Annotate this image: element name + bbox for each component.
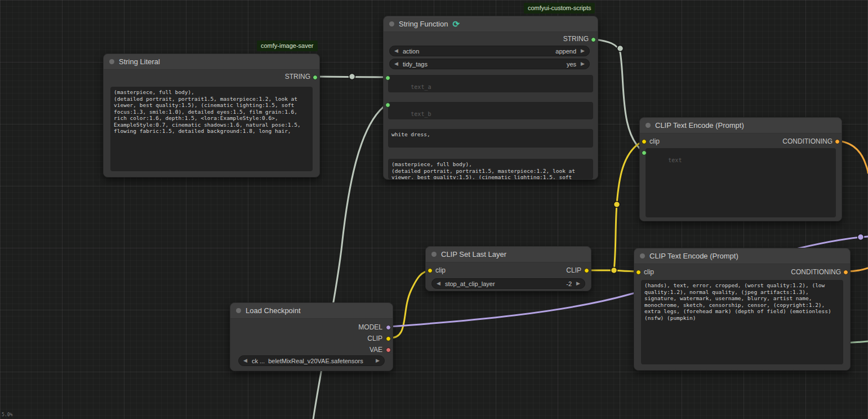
node-title: CLIP Text Encode (Prompt) [649, 252, 738, 260]
prompt-text-input[interactable]: text [646, 148, 836, 217]
collapse-dot-icon[interactable] [389, 21, 394, 26]
input-label-clip: clip [649, 137, 660, 145]
output-slot-conditioning[interactable] [835, 139, 840, 144]
text-c-input[interactable]: white dress, [388, 129, 593, 148]
combo-left-arrow-icon[interactable]: ◀ [394, 48, 398, 54]
input-slot-clip[interactable] [642, 139, 647, 144]
input-slot-text-a[interactable] [385, 75, 390, 81]
input-slot-text-b[interactable] [385, 102, 390, 108]
combo-label: tidy_tags [403, 61, 567, 68]
widget-value: -2 [566, 280, 572, 287]
collapse-dot-icon[interactable] [431, 252, 437, 257]
negative-prompt-text-input[interactable]: (hands), text, error, cropped, (worst qu… [641, 280, 843, 364]
node-header[interactable]: CLIP Text Encode (Prompt) [634, 248, 850, 264]
output-label-model: MODEL [358, 323, 382, 331]
result-preview-text[interactable]: (masterpiece, full body), (detailed port… [388, 159, 593, 179]
tidy-tags-combo[interactable]: ◀ tidy_tags yes ▶ [389, 59, 590, 69]
combo-left-arrow-icon[interactable]: ◀ [243, 358, 247, 363]
input-label-clip: clip [644, 268, 654, 276]
output-slot-clip[interactable] [584, 268, 589, 273]
output-slot-vae[interactable] [386, 347, 391, 353]
wire-string-function-to-text-input [594, 39, 644, 152]
collapse-dot-icon[interactable] [646, 123, 651, 128]
reroute-dot[interactable] [617, 46, 624, 52]
combo-right-arrow-icon[interactable]: ▶ [576, 281, 580, 286]
output-label-conditioning: CONDITIONING [791, 268, 841, 276]
text-a-placeholder: text_a [411, 84, 431, 90]
reroute-dot[interactable] [349, 74, 355, 80]
combo-left-arrow-icon[interactable]: ◀ [394, 61, 398, 66]
node-title: Load Checkpoint [246, 306, 301, 315]
input-label-clip: clip [435, 266, 446, 274]
combo-right-arrow-icon[interactable]: ▶ [581, 48, 585, 54]
output-slot-string[interactable] [313, 75, 318, 80]
node-header[interactable]: Load Checkpoint [230, 303, 393, 319]
combo-value: yes [567, 61, 576, 68]
widget-label: ck ... [252, 358, 265, 364]
node-title: String Function [399, 20, 448, 28]
output-slot-conditioning[interactable] [843, 270, 848, 275]
text-a-input[interactable]: text_a [388, 75, 593, 92]
collapse-dot-icon[interactable] [236, 308, 241, 313]
node-header[interactable]: CLIP Text Encode (Prompt) [640, 118, 842, 133]
reroute-dot[interactable] [858, 234, 864, 240]
badge-comfyui-custom-scripts: comfyui-custom-scripts [524, 3, 595, 14]
node-title: String Literal [119, 57, 160, 66]
refresh-icon[interactable]: ⟳ [452, 20, 460, 28]
wire-offscreen-to-text-b [313, 104, 387, 419]
output-slot-string[interactable] [591, 37, 596, 42]
wire-checkpoint-clip-to-setlayer [389, 271, 430, 338]
node-clip-text-encode-bottom[interactable]: CLIP Text Encode (Prompt) clip CONDITION… [634, 248, 851, 371]
text-b-placeholder: text_b [411, 111, 431, 117]
node-string-function[interactable]: String Function ⟳ STRING ◀ action append… [383, 16, 598, 180]
input-slot-clip[interactable] [428, 268, 433, 273]
node-header[interactable]: String Literal [104, 54, 319, 70]
zoom-indicator: 5.0% [2, 412, 12, 417]
combo-right-arrow-icon[interactable]: ▶ [581, 61, 585, 66]
node-title: CLIP Set Last Layer [441, 250, 506, 258]
collapse-dot-icon[interactable] [109, 59, 114, 64]
action-combo[interactable]: ◀ action append ▶ [389, 46, 590, 56]
node-clip-text-encode-top[interactable]: CLIP Text Encode (Prompt) clip CONDITION… [639, 117, 842, 221]
node-header[interactable]: CLIP Set Last Layer [426, 247, 591, 262]
output-label-conditioning: CONDITIONING [782, 137, 833, 145]
combo-right-arrow-icon[interactable]: ▶ [376, 358, 380, 363]
string-literal-text-input[interactable]: (masterpiece, full body), (detailed port… [110, 87, 313, 171]
output-label-clip: CLIP [566, 266, 581, 274]
output-slot-clip[interactable] [386, 336, 391, 341]
output-label-clip: CLIP [367, 335, 382, 342]
collapse-dot-icon[interactable] [640, 253, 645, 258]
node-title: CLIP Text Encode (Prompt) [655, 121, 744, 130]
node-graph-canvas[interactable]: comfy-image-saver comfyui-custom-scripts… [0, 0, 868, 419]
combo-label: action [403, 48, 555, 55]
text-b-input[interactable]: text_b [388, 102, 593, 119]
node-clip-set-last-layer[interactable]: CLIP Set Last Layer clip CLIP ◀ stop_at_… [425, 246, 591, 291]
output-slot-model[interactable] [386, 325, 391, 330]
output-label-string: STRING [563, 35, 589, 43]
text-placeholder: text [668, 157, 682, 163]
combo-value: append [555, 48, 576, 55]
ckpt-name-combo[interactable]: ◀ ck ... beletMixReal_v20VAE.safetensors… [238, 355, 385, 366]
node-load-checkpoint[interactable]: Load Checkpoint MODEL CLIP VAE ◀ ck ... … [230, 302, 393, 371]
reroute-dot[interactable] [611, 268, 617, 274]
stop-at-clip-layer-widget[interactable]: ◀ stop_at_clip_layer -2 ▶ [431, 278, 585, 289]
output-label-string: STRING [285, 73, 310, 81]
widget-label: stop_at_clip_layer [445, 280, 566, 287]
widget-value: beletMixReal_v20VAE.safetensors [268, 358, 363, 364]
output-label-vae: VAE [370, 346, 382, 354]
node-header[interactable]: String Function ⟳ [384, 16, 598, 32]
reroute-dot[interactable] [614, 202, 620, 208]
input-slot-clip[interactable] [636, 270, 641, 275]
node-string-literal[interactable]: String Literal STRING (masterpiece, full… [103, 54, 320, 177]
wire-conditioning-top-offscreen [838, 141, 868, 173]
badge-comfy-image-saver: comfy-image-saver [257, 41, 318, 51]
input-slot-text[interactable] [642, 150, 647, 155]
combo-left-arrow-icon[interactable]: ◀ [437, 281, 440, 286]
